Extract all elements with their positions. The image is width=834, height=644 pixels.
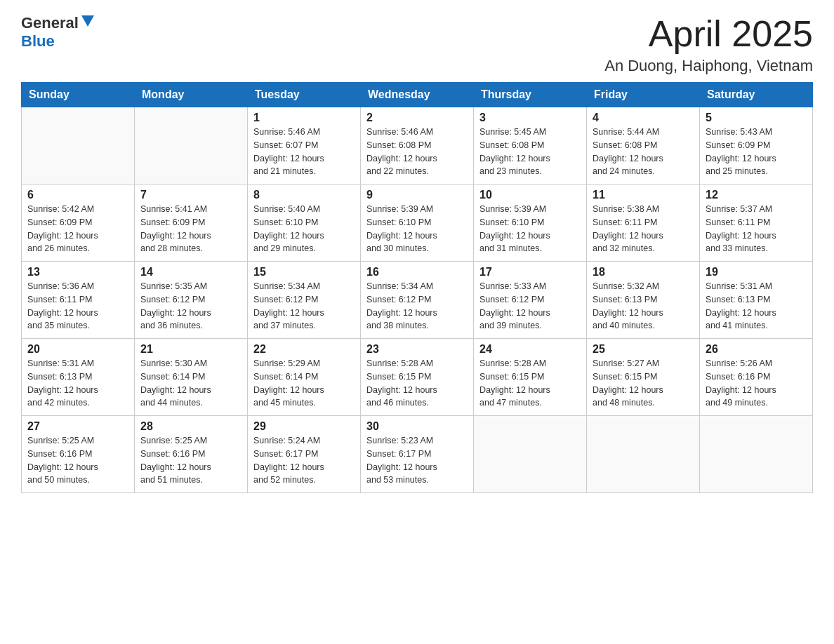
calendar-cell: 11Sunrise: 5:38 AM Sunset: 6:11 PM Dayli…: [587, 185, 700, 262]
day-number: 23: [366, 343, 468, 356]
calendar-cell: 9Sunrise: 5:39 AM Sunset: 6:10 PM Daylig…: [361, 185, 474, 262]
day-number: 30: [366, 420, 468, 433]
day-info: Sunrise: 5:27 AM Sunset: 6:15 PM Dayligh…: [593, 357, 694, 410]
day-number: 17: [479, 266, 581, 279]
location-title: An Duong, Haiphong, Vietnam: [604, 57, 813, 75]
calendar-cell: 15Sunrise: 5:34 AM Sunset: 6:12 PM Dayli…: [248, 262, 361, 339]
day-info: Sunrise: 5:39 AM Sunset: 6:10 PM Dayligh…: [366, 203, 468, 255]
day-number: 12: [706, 189, 807, 201]
day-number: 14: [140, 266, 241, 279]
day-number: 19: [706, 266, 807, 279]
calendar-week-row: 13Sunrise: 5:36 AM Sunset: 6:11 PM Dayli…: [22, 262, 813, 339]
calendar-cell: 13Sunrise: 5:36 AM Sunset: 6:11 PM Dayli…: [22, 262, 135, 339]
calendar-header-wednesday: Wednesday: [361, 83, 474, 107]
day-info: Sunrise: 5:26 AM Sunset: 6:16 PM Dayligh…: [706, 357, 807, 410]
logo-blue-text: Blue: [21, 32, 55, 50]
logo-general-text: General: [21, 14, 79, 32]
svg-marker-0: [81, 15, 94, 27]
calendar-cell: 27Sunrise: 5:25 AM Sunset: 6:16 PM Dayli…: [22, 416, 135, 493]
calendar-cell: 17Sunrise: 5:33 AM Sunset: 6:12 PM Dayli…: [474, 262, 587, 339]
day-number: 27: [27, 420, 128, 433]
calendar-week-row: 20Sunrise: 5:31 AM Sunset: 6:13 PM Dayli…: [22, 339, 813, 416]
day-info: Sunrise: 5:43 AM Sunset: 6:09 PM Dayligh…: [706, 126, 807, 178]
calendar-cell: 14Sunrise: 5:35 AM Sunset: 6:12 PM Dayli…: [135, 262, 248, 339]
day-number: 15: [253, 266, 355, 279]
day-info: Sunrise: 5:40 AM Sunset: 6:10 PM Dayligh…: [253, 203, 355, 255]
day-number: 22: [253, 343, 355, 356]
day-info: Sunrise: 5:44 AM Sunset: 6:08 PM Dayligh…: [593, 126, 694, 178]
day-info: Sunrise: 5:31 AM Sunset: 6:13 PM Dayligh…: [706, 280, 807, 333]
calendar-cell: 24Sunrise: 5:28 AM Sunset: 6:15 PM Dayli…: [474, 339, 587, 416]
day-number: 5: [706, 112, 807, 124]
calendar-cell: 7Sunrise: 5:41 AM Sunset: 6:09 PM Daylig…: [135, 185, 248, 262]
day-info: Sunrise: 5:36 AM Sunset: 6:11 PM Dayligh…: [27, 280, 128, 333]
calendar-header-friday: Friday: [587, 83, 700, 107]
calendar-cell: [135, 107, 248, 185]
calendar-cell: 22Sunrise: 5:29 AM Sunset: 6:14 PM Dayli…: [248, 339, 361, 416]
calendar-week-row: 27Sunrise: 5:25 AM Sunset: 6:16 PM Dayli…: [22, 416, 813, 493]
calendar-cell: 1Sunrise: 5:46 AM Sunset: 6:07 PM Daylig…: [248, 107, 361, 185]
day-info: Sunrise: 5:46 AM Sunset: 6:08 PM Dayligh…: [366, 126, 468, 178]
calendar-cell: 16Sunrise: 5:34 AM Sunset: 6:12 PM Dayli…: [361, 262, 474, 339]
day-info: Sunrise: 5:38 AM Sunset: 6:11 PM Dayligh…: [593, 203, 694, 255]
calendar-cell: 20Sunrise: 5:31 AM Sunset: 6:13 PM Dayli…: [22, 339, 135, 416]
calendar-header-tuesday: Tuesday: [248, 83, 361, 107]
day-number: 24: [479, 343, 581, 356]
day-info: Sunrise: 5:41 AM Sunset: 6:09 PM Dayligh…: [140, 203, 241, 255]
day-info: Sunrise: 5:28 AM Sunset: 6:15 PM Dayligh…: [479, 357, 581, 410]
day-info: Sunrise: 5:45 AM Sunset: 6:08 PM Dayligh…: [479, 126, 581, 178]
calendar-table: SundayMondayTuesdayWednesdayThursdayFrid…: [21, 82, 813, 493]
day-info: Sunrise: 5:42 AM Sunset: 6:09 PM Dayligh…: [27, 203, 128, 255]
day-number: 29: [253, 420, 355, 433]
day-number: 28: [140, 420, 241, 433]
calendar-week-row: 1Sunrise: 5:46 AM Sunset: 6:07 PM Daylig…: [22, 107, 813, 185]
day-info: Sunrise: 5:33 AM Sunset: 6:12 PM Dayligh…: [479, 280, 581, 333]
day-number: 8: [253, 189, 355, 201]
calendar-cell: 18Sunrise: 5:32 AM Sunset: 6:13 PM Dayli…: [587, 262, 700, 339]
day-number: 16: [366, 266, 468, 279]
day-number: 21: [140, 343, 241, 356]
calendar-cell: 3Sunrise: 5:45 AM Sunset: 6:08 PM Daylig…: [474, 107, 587, 185]
month-title: April 2025: [604, 14, 813, 54]
calendar-cell: 21Sunrise: 5:30 AM Sunset: 6:14 PM Dayli…: [135, 339, 248, 416]
day-info: Sunrise: 5:31 AM Sunset: 6:13 PM Dayligh…: [27, 357, 128, 410]
day-number: 9: [366, 189, 468, 201]
day-number: 13: [27, 266, 128, 279]
day-info: Sunrise: 5:30 AM Sunset: 6:14 PM Dayligh…: [140, 357, 241, 410]
calendar-cell: [587, 416, 700, 493]
calendar-cell: 23Sunrise: 5:28 AM Sunset: 6:15 PM Dayli…: [361, 339, 474, 416]
day-info: Sunrise: 5:37 AM Sunset: 6:11 PM Dayligh…: [706, 203, 807, 255]
day-number: 1: [253, 112, 355, 124]
calendar-cell: 2Sunrise: 5:46 AM Sunset: 6:08 PM Daylig…: [361, 107, 474, 185]
day-number: 20: [27, 343, 128, 356]
calendar-cell: 12Sunrise: 5:37 AM Sunset: 6:11 PM Dayli…: [700, 185, 813, 262]
day-number: 11: [593, 189, 694, 201]
day-info: Sunrise: 5:35 AM Sunset: 6:12 PM Dayligh…: [140, 280, 241, 333]
calendar-cell: 29Sunrise: 5:24 AM Sunset: 6:17 PM Dayli…: [248, 416, 361, 493]
title-section: April 2025 An Duong, Haiphong, Vietnam: [604, 14, 813, 75]
calendar-cell: 28Sunrise: 5:25 AM Sunset: 6:16 PM Dayli…: [135, 416, 248, 493]
day-number: 10: [479, 189, 581, 201]
day-info: Sunrise: 5:39 AM Sunset: 6:10 PM Dayligh…: [479, 203, 581, 255]
calendar-cell: 4Sunrise: 5:44 AM Sunset: 6:08 PM Daylig…: [587, 107, 700, 185]
logo: General Blue: [21, 14, 95, 51]
day-info: Sunrise: 5:29 AM Sunset: 6:14 PM Dayligh…: [253, 357, 355, 410]
calendar-cell: 19Sunrise: 5:31 AM Sunset: 6:13 PM Dayli…: [700, 262, 813, 339]
day-number: 18: [593, 266, 694, 279]
calendar-cell: 25Sunrise: 5:27 AM Sunset: 6:15 PM Dayli…: [587, 339, 700, 416]
logo-triangle-icon: [80, 14, 95, 31]
day-number: 3: [479, 112, 581, 124]
day-number: 26: [706, 343, 807, 356]
day-info: Sunrise: 5:32 AM Sunset: 6:13 PM Dayligh…: [593, 280, 694, 333]
day-number: 6: [27, 189, 128, 201]
calendar-header-saturday: Saturday: [700, 83, 813, 107]
day-info: Sunrise: 5:46 AM Sunset: 6:07 PM Dayligh…: [253, 126, 355, 178]
day-info: Sunrise: 5:34 AM Sunset: 6:12 PM Dayligh…: [366, 280, 468, 333]
calendar-cell: [22, 107, 135, 185]
calendar-header-row: SundayMondayTuesdayWednesdayThursdayFrid…: [22, 83, 813, 107]
calendar-cell: 26Sunrise: 5:26 AM Sunset: 6:16 PM Dayli…: [700, 339, 813, 416]
day-number: 4: [593, 112, 694, 124]
calendar-header-thursday: Thursday: [474, 83, 587, 107]
calendar-header-monday: Monday: [135, 83, 248, 107]
day-info: Sunrise: 5:25 AM Sunset: 6:16 PM Dayligh…: [140, 434, 241, 487]
